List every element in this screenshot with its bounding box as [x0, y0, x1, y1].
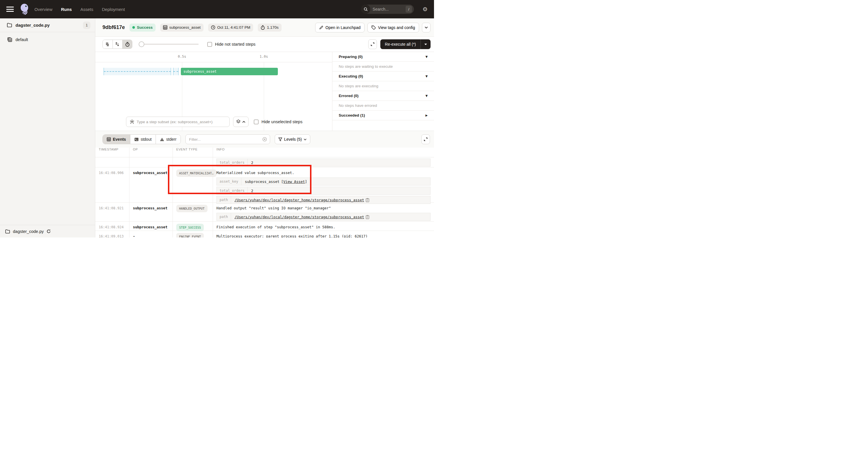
open-in-launchpad-button[interactable]: Open in Launchpad [315, 23, 365, 32]
asset-tag-badge[interactable]: subprocess_asset [160, 24, 204, 32]
tab-stderr[interactable]: stderr [156, 135, 181, 144]
run-header-more-button[interactable] [422, 23, 431, 32]
metadata-entry: total_orders 2 [216, 158, 431, 167]
log-fullscreen-button[interactable] [422, 135, 430, 144]
run-id: 9dbf617e [102, 24, 125, 30]
nav-item-assets[interactable]: Assets [81, 7, 93, 12]
copy-icon[interactable] [366, 215, 369, 219]
graph-options-button[interactable] [233, 117, 249, 127]
sidebar-item-code-location[interactable]: dagster_code.py 1 [0, 19, 95, 32]
refresh-icon[interactable] [46, 229, 51, 234]
status-section-executing[interactable]: Executing (0) ▼ [332, 71, 434, 81]
view-tags-config-button[interactable]: View tags and config [367, 23, 419, 32]
timeline-tick: 0.5s [178, 55, 186, 59]
waterfall-view-icon [115, 42, 120, 46]
waterfall-view-button[interactable] [113, 40, 122, 49]
pencil-icon [319, 26, 323, 30]
log-filter-input[interactable] [189, 137, 262, 142]
reexecute-caret-button[interactable] [421, 39, 431, 49]
event-row[interactable]: 16:41:08.906 subprocess_asset ASSET_MATE… [95, 168, 434, 203]
path-link[interactable]: /Users/yuhan/dev/local/dagster_home/stor… [235, 198, 364, 202]
sidebar-footer: dagster_code.py [0, 225, 95, 237]
step-subset-input[interactable] [136, 120, 226, 124]
path-link[interactable]: /Users/yuhan/dev/local/dagster_home/stor… [235, 215, 364, 219]
hide-unselected-checkbox[interactable] [254, 119, 259, 124]
job-label: default [16, 37, 28, 42]
layers-icon [236, 119, 241, 124]
timed-view-button[interactable] [122, 40, 132, 49]
tab-stdout[interactable]: stdout [130, 135, 156, 144]
column-header-timestamp: TIMESTAMP [95, 148, 129, 157]
gantt-chart: 0.5s 1.0s subprocess_asset [95, 52, 332, 131]
dagster-logo-icon[interactable] [19, 3, 30, 16]
event-row[interactable]: 16:41:08.921 subprocess_asset HANDLED_OU… [95, 203, 434, 222]
search-placeholder: Search... [370, 7, 406, 11]
job-grid-icon [7, 37, 12, 42]
metadata-entry: asset_key subprocess_asset [View Asset] [216, 177, 431, 185]
hamburger-icon[interactable] [6, 7, 14, 12]
zoom-slider[interactable] [139, 43, 198, 45]
column-header-info: INFO [213, 148, 434, 157]
gantt-fullscreen-button[interactable] [368, 39, 377, 49]
run-duration-badge: 1.170s [258, 24, 282, 32]
tab-events[interactable]: Events [103, 135, 130, 144]
hide-not-started-checkbox[interactable] [207, 42, 212, 47]
code-location-count-badge: 1 [83, 22, 90, 29]
status-caption: No steps have errored [332, 101, 434, 111]
nav-item-overview[interactable]: Overview [34, 7, 53, 12]
levels-filter-button[interactable]: Levels (5) [275, 135, 310, 144]
event-op: subprocess_asset [133, 225, 167, 229]
sidebar-item-job-default[interactable]: default [0, 34, 95, 46]
flat-view-button[interactable] [103, 40, 113, 49]
reexecute-all-button[interactable]: Re-execute all (*) [380, 39, 431, 49]
gantt-toolbar: Hide not started steps Re-execute all (*… [95, 37, 434, 52]
step-subset-input-wrap [126, 117, 229, 127]
event-message: Materialized value subprocess_asset. [216, 170, 434, 176]
gantt-waiting-span [104, 68, 171, 75]
status-section-succeeded[interactable]: Succeeded (1) ▶ [332, 111, 434, 120]
tag-icon [371, 25, 376, 30]
terminal-icon [134, 138, 138, 141]
metadata-entry: total_orders 2 [216, 187, 431, 195]
log-tabs: Events stdout stderr [102, 135, 181, 144]
view-asset-link[interactable]: View Asset [283, 179, 305, 184]
stopwatch-icon [125, 42, 130, 47]
step-subset-row: Hide unselected steps [126, 117, 303, 127]
event-row[interactable]: 16:41:09.013 - ENGINE_EVENT Multiprocess… [95, 231, 434, 237]
event-message: Handled output "result" using IO manager… [216, 205, 434, 211]
warning-icon [160, 138, 164, 141]
run-header: 9dbf617e Success subprocess_asset Oct 11… [95, 19, 434, 37]
status-section-preparing[interactable]: Preparing (0) ▼ [332, 52, 434, 62]
fullscreen-icon [371, 42, 375, 46]
triangle-collapse-icon: ▼ [425, 55, 428, 58]
metadata-value: 2 [248, 187, 257, 195]
nav-item-deployment[interactable]: Deployment [102, 7, 125, 12]
nav-links: Overview Runs Assets Deployment [34, 7, 125, 12]
gear-icon[interactable]: ⚙ [423, 6, 428, 12]
main-content: 9dbf617e Success subprocess_asset Oct 11… [95, 19, 434, 237]
gantt-waiting-segment [173, 68, 179, 75]
hide-not-started-row: Hide not started steps [207, 42, 255, 47]
zoom-slider-handle[interactable] [138, 41, 144, 47]
clear-icon[interactable] [262, 137, 267, 142]
search-input[interactable]: Search... / [361, 5, 414, 14]
event-type-badge: STEP_SUCCESS [176, 224, 204, 231]
copy-icon[interactable] [366, 198, 369, 202]
chevron-up-icon [242, 121, 245, 123]
folder-icon [5, 230, 10, 234]
gantt-step-bar[interactable]: subprocess_asset [181, 68, 278, 75]
chevron-down-icon [425, 26, 428, 29]
event-row[interactable]: 16:41:08.924 subprocess_asset STEP_SUCCE… [95, 222, 434, 231]
event-timestamp: 16:41:08.921 [99, 206, 124, 210]
funnel-icon [278, 138, 282, 141]
sidebar: dagster_code.py 1 default dagster_code.p… [0, 19, 95, 237]
nav-item-runs[interactable]: Runs [61, 7, 72, 12]
status-section-errored[interactable]: Errored (0) ▼ [332, 91, 434, 101]
events-table: TIMESTAMP OP EVENT TYPE INFO total_order… [95, 148, 434, 237]
timeline-tick: 1.0s [260, 55, 268, 59]
event-op: subprocess_asset [133, 206, 167, 210]
search-shortcut-badge: / [406, 6, 412, 12]
hide-not-started-label: Hide not started steps [215, 42, 255, 47]
status-caption: No steps are waiting to execute [332, 62, 434, 71]
folder-icon [7, 23, 12, 27]
